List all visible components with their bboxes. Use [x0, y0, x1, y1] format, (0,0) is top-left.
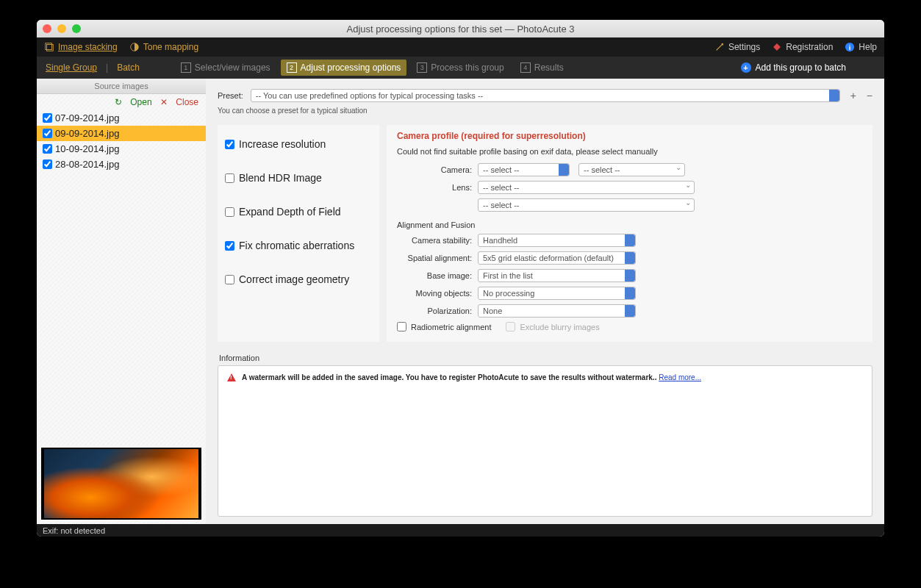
workflow-toolbar: Single Group | Batch 1Select/view images… — [37, 57, 884, 79]
file-checkbox[interactable] — [43, 113, 52, 123]
preset-label: Preset: — [218, 91, 243, 100]
option-increase-resolution[interactable]: Increase resolution — [225, 138, 372, 150]
tone-icon — [129, 42, 140, 52]
camera-profile-title: Camera profile (required for superresolu… — [397, 131, 862, 141]
file-item[interactable]: 28-08-2014.jpg — [37, 157, 206, 172]
thumbnail-image — [44, 449, 198, 518]
titlebar: Adjust processing options for this set —… — [37, 20, 884, 37]
option-expand-depth-of-field[interactable]: Expand Depth of Field — [225, 206, 372, 218]
preset-remove-button[interactable]: − — [867, 90, 872, 101]
align-select[interactable]: First in the list — [478, 269, 636, 282]
batch-mode[interactable]: Batch — [117, 62, 140, 73]
option-correct-image-geometry[interactable]: Correct image geometry — [225, 273, 372, 285]
file-checkbox[interactable] — [43, 144, 52, 154]
registration-link[interactable]: Registration — [772, 42, 833, 52]
file-list: 07-09-2014.jpg09-09-2014.jpg10-09-2014.j… — [37, 110, 206, 172]
image-stacking-link[interactable]: Image stacking — [58, 42, 118, 52]
close-button[interactable]: ✕ Close — [160, 97, 198, 107]
preset-hint: You can choose a preset for a typical si… — [218, 107, 872, 115]
help-link[interactable]: iHelp — [845, 42, 877, 52]
svg-rect-3 — [773, 43, 781, 51]
file-item[interactable]: 10-09-2014.jpg — [37, 141, 206, 157]
help-icon: i — [845, 42, 855, 52]
settings-link[interactable]: Settings — [714, 42, 760, 52]
lens-select[interactable]: -- select -- — [478, 181, 695, 194]
plus-icon: + — [741, 62, 751, 73]
camera-profile-sub: Could not find suitable profile basing o… — [397, 147, 862, 156]
preset-add-button[interactable]: + — [850, 90, 856, 101]
close-window-icon[interactable] — [43, 24, 51, 33]
stack-icon — [44, 42, 54, 52]
file-item[interactable]: 07-09-2014.jpg — [37, 110, 206, 126]
add-to-batch-button[interactable]: + Add this group to batch — [741, 62, 846, 73]
file-item[interactable]: 09-09-2014.jpg — [37, 126, 206, 141]
step-4[interactable]: 4Results — [515, 60, 570, 76]
align-select[interactable]: 5x5 grid elastic deformation (default) — [478, 251, 636, 265]
camera-profile-panel: Camera profile (required for superresolu… — [387, 125, 872, 342]
step-2[interactable]: 2Adjust processing options — [281, 60, 407, 76]
single-group-mode[interactable]: Single Group — [46, 62, 97, 73]
camera-select[interactable]: -- select -- — [478, 163, 570, 176]
warning-icon — [227, 373, 236, 381]
zoom-window-icon[interactable] — [72, 24, 81, 33]
align-select[interactable]: None — [478, 304, 636, 318]
step-3[interactable]: 3Process this group — [411, 60, 509, 76]
sidebar: Source images ↻ Open ✕ Close 07-09-2014.… — [37, 79, 206, 524]
minimize-window-icon[interactable] — [57, 24, 66, 33]
processing-options: Increase resolutionBlend HDR ImageExpand… — [218, 125, 379, 342]
exclude-blurry-checkbox: Exclude blurry images — [506, 322, 599, 331]
lens-sub-select[interactable]: -- select -- — [478, 198, 695, 212]
read-more-link[interactable]: Read more... — [659, 373, 701, 381]
preset-select[interactable]: -- You can use predefined options for ty… — [251, 89, 840, 102]
traffic-lights — [43, 24, 81, 33]
option-blend-hdr-image[interactable]: Blend HDR Image — [225, 172, 372, 184]
window-title: Adjust processing options for this set —… — [37, 24, 884, 35]
align-select[interactable]: Handheld — [478, 234, 636, 247]
thumbnail-panel — [41, 448, 201, 520]
information-box: A watermark will be added in the saved i… — [218, 365, 872, 517]
sidebar-header: Source images — [37, 79, 206, 94]
open-button[interactable]: ↻ Open — [115, 97, 152, 107]
option-fix-chromatic-aberrations[interactable]: Fix chromatic aberrations — [225, 240, 372, 251]
file-checkbox[interactable] — [43, 129, 52, 138]
status-bar: Exif: not detected — [37, 524, 884, 537]
align-select[interactable]: No processing — [478, 287, 636, 300]
app-window: Adjust processing options for this set —… — [37, 20, 884, 537]
camera-model-select[interactable]: -- select -- — [578, 163, 685, 176]
settings-icon — [714, 42, 725, 52]
radiometric-checkbox[interactable]: Radiometric alignment — [397, 322, 491, 331]
svg-text:i: i — [849, 43, 851, 51]
information-label: Information — [219, 354, 872, 362]
tone-mapping-link[interactable]: Tone mapping — [143, 42, 198, 52]
primary-toolbar: Image stacking Tone mapping Settings Reg… — [37, 37, 884, 57]
file-checkbox[interactable] — [43, 159, 52, 169]
content-panel: Preset: -- You can use predefined option… — [206, 79, 884, 524]
registration-icon — [772, 42, 782, 52]
step-1[interactable]: 1Select/view images — [175, 60, 276, 76]
alignment-section-label: Alignment and Fusion — [397, 220, 862, 229]
